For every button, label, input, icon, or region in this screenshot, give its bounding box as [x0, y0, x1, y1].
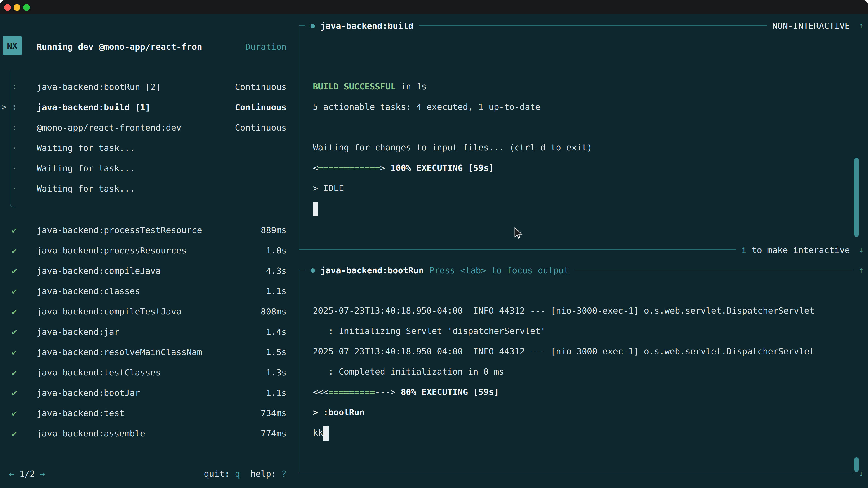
completed-task-row[interactable]: ✔ java-backend:assemble 774ms [0, 423, 298, 443]
close-button[interactable] [4, 4, 11, 11]
bootrun-panel-output: 2025-07-23T13:40:18.950-04:00 INFO 44312… [313, 300, 814, 443]
bootrun-panel-scrollbar[interactable] [855, 457, 859, 472]
task-label: Waiting for task... [37, 163, 287, 173]
task-label: Waiting for task... [37, 142, 287, 153]
waiting-task-row[interactable]: · Waiting for task... [0, 137, 298, 158]
blank-line [313, 117, 592, 137]
dot-icon: · [8, 183, 37, 193]
sidebar-footer: ← 1/2 → quit: q help: ? [0, 463, 298, 484]
build-panel-header: ● java-backend:build NON-INTERACTIVE [299, 15, 852, 36]
bootrun-panel-title: java-backend:bootRun [320, 265, 424, 275]
task-label: java-backend:processResources [37, 245, 266, 255]
idle-line: > IDLE [313, 178, 592, 198]
mouse-cursor [513, 227, 523, 240]
check-icon: ✔ [8, 225, 37, 235]
waiting-task-row[interactable]: · Waiting for task... [0, 178, 298, 198]
log-line: 2025-07-23T13:40:18.950-04:00 INFO 44312… [313, 300, 814, 321]
gradle-task-line: > :bootRun [313, 402, 814, 422]
bootrun-panel-footer [299, 462, 852, 482]
spinner-icon: ∶ [8, 82, 37, 92]
task-sidebar: NX Running dev @mono-app/react-fron Dura… [0, 14, 298, 488]
dot-icon: · [8, 163, 37, 173]
tasks-summary-line: 5 actionable tasks: 4 executed, 1 up-to-… [313, 97, 592, 117]
task-status: Continuous [235, 122, 287, 132]
page-indicator: 1/2 [14, 468, 40, 478]
zoom-button[interactable] [23, 4, 30, 11]
task-row[interactable]: ∶ @mono-app/react-frontend:dev Continuou… [0, 117, 298, 137]
log-line: : Initializing Servlet 'dispatcherServle… [313, 321, 814, 341]
focus-output-hint: Press <tab> to focus output [429, 265, 569, 275]
gradle-progress-line: <<<=========---> 80% EXECUTING [59s] [313, 382, 814, 402]
build-status-text: BUILD SUCCESSFUL [313, 81, 396, 91]
gradle-progress-line: <============> 100% EXECUTING [59s] [313, 158, 592, 178]
task-label: java-backend:assemble [37, 428, 261, 438]
non-interactive-label: NON-INTERACTIVE [772, 21, 850, 31]
task-label: java-backend:compileJava [37, 265, 266, 275]
task-duration: 1.5s [266, 347, 287, 357]
check-icon: ✔ [8, 286, 37, 296]
quit-key: q [235, 468, 240, 478]
task-label: java-backend:bootRun [2] [37, 82, 235, 92]
task-duration: 1.1s [266, 286, 287, 296]
completed-task-row[interactable]: ✔ java-backend:resolveMainClassNam 1.5s [0, 341, 298, 362]
completed-task-row[interactable]: ✔ java-backend:compileTestJava 808ms [0, 301, 298, 321]
completed-task-row[interactable]: ✔ java-backend:test 734ms [0, 402, 298, 423]
task-duration: 734ms [261, 408, 287, 418]
key-hints: quit: q help: ? [204, 468, 287, 478]
panel-border-segment [575, 270, 852, 270]
completed-task-row[interactable]: ✔ java-backend:processResources 1.0s [0, 240, 298, 260]
task-status: Continuous [235, 82, 287, 92]
task-duration: 4.3s [266, 265, 287, 275]
progress-bar: ============ [318, 163, 380, 173]
task-duration: 1.0s [266, 245, 287, 255]
check-icon: ✔ [8, 326, 37, 336]
sidebar-title: Running dev @mono-app/react-fron [37, 41, 202, 51]
log-line: : Completed initialization in 0 ms [313, 361, 814, 382]
prev-page-arrow[interactable]: ← [9, 468, 14, 478]
check-icon: ✔ [8, 265, 37, 275]
scroll-up-icon[interactable]: ↑ [855, 260, 867, 280]
completed-task-row[interactable]: ✔ java-backend:testClasses 1.3s [0, 362, 298, 382]
waiting-task-row[interactable]: · Waiting for task... [0, 158, 298, 178]
task-label: java-backend:jar [37, 326, 266, 336]
task-label: java-backend:compileTestJava [37, 306, 261, 316]
quit-hint-label: quit: [204, 468, 235, 478]
terminal-window: NX Running dev @mono-app/react-fron Dura… [0, 0, 868, 488]
completed-task-row[interactable]: ✔ java-backend:compileJava 4.3s [0, 260, 298, 281]
check-icon: ✔ [8, 387, 37, 397]
task-label: java-backend:resolveMainClassNam [37, 347, 266, 357]
next-page-arrow[interactable]: → [40, 468, 45, 478]
task-row-selected[interactable]: ∶ java-backend:build [1] Continuous [0, 97, 298, 117]
completed-task-row[interactable]: ✔ java-backend:bootJar 1.1s [0, 382, 298, 402]
completed-task-row[interactable]: ✔ java-backend:jar 1.4s [0, 321, 298, 341]
check-icon: ✔ [8, 245, 37, 255]
build-panel-scrollbar[interactable] [855, 158, 859, 237]
task-label: java-backend:testClasses [37, 367, 266, 377]
task-duration: 774ms [261, 428, 287, 438]
check-icon: ✔ [8, 408, 37, 418]
minimize-button[interactable] [13, 4, 20, 11]
build-result-line: BUILD SUCCESSFUL in 1s [313, 76, 592, 97]
task-label: java-backend:build [1] [37, 102, 235, 112]
panel-border-segment [299, 250, 736, 250]
check-icon: ✔ [8, 367, 37, 377]
completed-task-row[interactable]: ✔ java-backend:classes 1.1s [0, 281, 298, 301]
task-row[interactable]: ∶ java-backend:bootRun [2] Continuous [0, 76, 298, 97]
bootrun-panel-left-border [299, 270, 299, 472]
task-duration: 808ms [261, 306, 287, 316]
help-key: ? [281, 468, 287, 478]
task-status: Continuous [235, 102, 287, 112]
typed-text: kk [313, 427, 323, 437]
spinner-icon: ∶ [8, 102, 37, 112]
duration-column-header: Duration [245, 41, 287, 51]
titlebar[interactable] [0, 0, 868, 14]
scroll-down-icon[interactable]: ↓ [855, 239, 867, 260]
scroll-up-icon[interactable]: ↑ [855, 15, 867, 36]
build-panel-left-border [299, 25, 299, 250]
text-cursor [323, 426, 329, 440]
progress-bar: ========= [329, 387, 375, 397]
make-interactive-hint: i to make interactive [741, 245, 850, 255]
input-line[interactable]: kk [313, 422, 814, 443]
check-icon: ✔ [8, 428, 37, 438]
completed-task-row[interactable]: ✔ java-backend:processTestResource 889ms [0, 220, 298, 240]
